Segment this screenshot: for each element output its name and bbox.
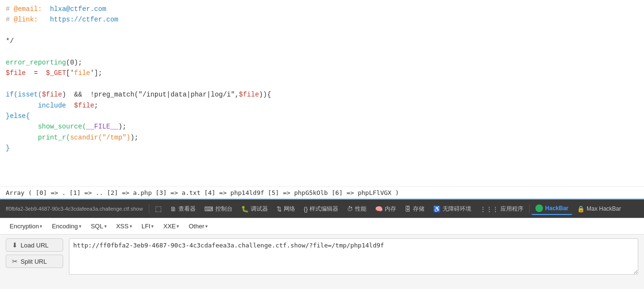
devtools-max-hackbar-button[interactable]: 🔒Max HackBar: [573, 203, 625, 214]
devtools-console-button[interactable]: ⌨控制台: [200, 203, 236, 215]
hackbar-label: HackBar: [545, 205, 568, 212]
devtools-debugger-button[interactable]: 🐛调试器: [237, 203, 272, 215]
devtools-viewer-button[interactable]: 🗎查看器: [167, 203, 200, 215]
code-display: # @email: hlxa@ctfer.com# @link: https:/…: [0, 0, 644, 186]
xss-arrow: ▾: [130, 224, 132, 229]
performance-icon: ⏱: [347, 205, 353, 213]
split-url-button[interactable]: ✂ Split URL: [6, 255, 63, 268]
memory-label: 内存: [385, 205, 396, 213]
devtools-memory-button[interactable]: 🧠内存: [371, 203, 400, 215]
devtools-toolbar: ff0fbfa2-3eb9-4687-90c3-4c3cdafeea3a.cha…: [0, 199, 644, 218]
style-editor-label: 样式编辑器: [310, 205, 338, 213]
max-hackbar-label: Max HackBar: [587, 205, 621, 212]
split-url-icon: ✂: [12, 257, 18, 265]
viewer-label: 查看器: [178, 205, 196, 213]
accessibility-icon: ♿: [433, 205, 441, 213]
toolbar-separator: [149, 204, 149, 214]
style-editor-icon: {}: [304, 205, 308, 213]
viewer-icon: 🗎: [170, 205, 177, 213]
code-line: [6, 25, 638, 36]
code-line: # @email: hlxa@ctfer.com: [6, 4, 638, 14]
other-menu[interactable]: Other ▾: [185, 221, 211, 231]
devtools-hackbar-button[interactable]: HackBar: [532, 203, 572, 215]
array-output: Array ( [0] => . [1] => .. [2] => a.php …: [0, 186, 644, 199]
hackbar-menu: Encryption ▾ Encoding ▾ SQL ▾ XSS ▾ LFI …: [0, 218, 644, 235]
code-line: [6, 79, 638, 89]
load-url-button[interactable]: ⬇ Load URL: [6, 238, 63, 252]
memory-icon: 🧠: [375, 205, 383, 213]
debugger-icon: 🐛: [241, 205, 249, 213]
devtools-accessibility-button[interactable]: ♿无障碍环境: [429, 203, 475, 215]
code-line: }else{: [6, 111, 638, 121]
accessibility-label: 无障碍环境: [443, 205, 471, 213]
devtools-storage-button[interactable]: 🗄存储: [401, 203, 428, 215]
hackbar-input-area: [69, 238, 638, 278]
application-icon: ⋮⋮⋮: [480, 205, 499, 213]
hackbar-dot-icon: [535, 204, 543, 212]
code-line: # @link: https://ctfer.com: [6, 14, 638, 25]
console-label: 控制台: [215, 205, 233, 213]
code-line: $file = $_GET['file'];: [6, 68, 638, 78]
code-line: print_r(scandir("/tmp"));: [6, 132, 638, 143]
performance-label: 性能: [355, 205, 366, 213]
hackbar-panel: Encryption ▾ Encoding ▾ SQL ▾ XSS ▾ LFI …: [0, 218, 644, 289]
devtools-performance-button[interactable]: ⏱性能: [343, 203, 370, 215]
code-line: */: [6, 36, 638, 46]
xss-menu[interactable]: XSS ▾: [112, 221, 136, 231]
encoding-arrow: ▾: [79, 224, 81, 229]
console-icon: ⌨: [204, 205, 213, 213]
debugger-label: 调试器: [251, 205, 268, 213]
code-line: error_reporting(0);: [6, 57, 638, 68]
code-line: [6, 47, 638, 57]
max-hackbar-lock-icon: 🔒: [577, 205, 585, 213]
xxe-menu[interactable]: XXE ▾: [159, 221, 183, 231]
devtools-application-button[interactable]: ⋮⋮⋮应用程序: [476, 203, 527, 215]
devtools-network-button[interactable]: ⇅网络: [273, 203, 299, 215]
toolbar-separator-2: [529, 204, 530, 214]
url-input[interactable]: [69, 238, 638, 275]
load-url-icon: ⬇: [12, 241, 18, 249]
sql-menu[interactable]: SQL ▾: [87, 221, 111, 231]
devtools-inspector-button[interactable]: ⬚: [151, 203, 166, 215]
encoding-menu[interactable]: Encoding ▾: [48, 221, 85, 231]
encryption-arrow: ▾: [40, 224, 42, 229]
encryption-menu[interactable]: Encryption ▾: [6, 221, 46, 231]
other-arrow: ▾: [205, 224, 208, 229]
network-label: 网络: [284, 205, 295, 213]
hackbar-buttons: ⬇ Load URL ✂ Split URL: [6, 238, 63, 278]
inspector-icon: ⬚: [155, 204, 162, 213]
hackbar-body: ⬇ Load URL ✂ Split URL: [0, 235, 644, 282]
devtools-style-editor-button[interactable]: {}样式编辑器: [300, 203, 343, 215]
xxe-arrow: ▾: [177, 224, 179, 229]
sql-arrow: ▾: [104, 224, 107, 229]
network-icon: ⇅: [277, 205, 282, 213]
application-label: 应用程序: [500, 205, 523, 213]
storage-label: 存储: [413, 205, 424, 213]
lfi-menu[interactable]: LFI ▾: [138, 221, 158, 231]
code-line: }: [6, 143, 638, 153]
lfi-arrow: ▾: [151, 224, 154, 229]
code-line: include $file;: [6, 100, 638, 111]
page-url: ff0fbfa2-3eb9-4687-90c3-4c3cdafeea3a.cha…: [2, 204, 147, 214]
storage-icon: 🗄: [405, 205, 411, 213]
code-line: if(isset($file) && !preg_match("/input|d…: [6, 89, 638, 100]
code-line: show_source(__FILE__);: [6, 121, 638, 132]
